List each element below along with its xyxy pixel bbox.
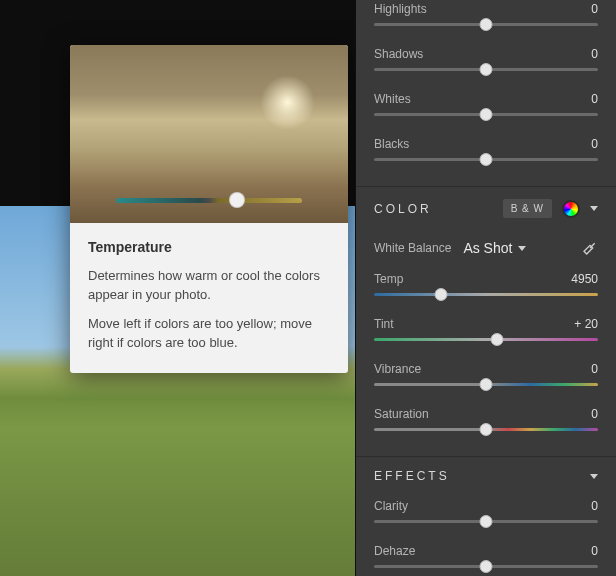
slider-whites[interactable]: Whites 0 <box>374 90 598 135</box>
value-clarity: 0 <box>591 499 598 513</box>
section-color-title: COLOR <box>374 202 503 216</box>
value-temp: 4950 <box>571 272 598 286</box>
value-shadows: 0 <box>591 47 598 61</box>
chevron-down-icon <box>518 246 526 251</box>
label-vibrance: Vibrance <box>374 362 421 376</box>
section-color-header[interactable]: COLOR B & W <box>356 186 616 232</box>
tooltip-tip: Move left if colors are too yellow; move… <box>88 315 330 353</box>
chevron-down-icon[interactable] <box>590 206 598 211</box>
value-whites: 0 <box>591 92 598 106</box>
slider-tint[interactable]: Tint + 20 <box>374 315 598 360</box>
slider-temp[interactable]: Temp 4950 <box>374 270 598 315</box>
value-saturation: 0 <box>591 407 598 421</box>
value-highlights: 0 <box>591 2 598 16</box>
tooltip-title: Temperature <box>88 237 330 257</box>
label-highlights: Highlights <box>374 2 427 16</box>
label-temp: Temp <box>374 272 403 286</box>
chevron-down-icon[interactable] <box>590 474 598 479</box>
slider-shadows[interactable]: Shadows 0 <box>374 45 598 90</box>
label-shadows: Shadows <box>374 47 423 61</box>
slider-clarity[interactable]: Clarity 0 <box>374 497 598 542</box>
editor-canvas: Temperature Determines how warm or cool … <box>0 0 355 576</box>
bw-toggle[interactable]: B & W <box>503 199 552 218</box>
white-balance-select[interactable]: As Shot <box>463 240 526 256</box>
slider-saturation[interactable]: Saturation 0 <box>374 405 598 450</box>
label-blacks: Blacks <box>374 137 409 151</box>
slider-highlights[interactable]: Highlights 0 <box>374 0 598 45</box>
section-effects-header[interactable]: EFFECTS <box>356 456 616 497</box>
label-tint: Tint <box>374 317 394 331</box>
label-dehaze: Dehaze <box>374 544 415 558</box>
eyedropper-icon[interactable] <box>582 240 598 256</box>
tooltip-hero <box>70 45 348 223</box>
slider-blacks[interactable]: Blacks 0 <box>374 135 598 180</box>
value-vibrance: 0 <box>591 362 598 376</box>
label-whites: Whites <box>374 92 411 106</box>
section-effects-title: EFFECTS <box>374 469 590 483</box>
value-tint: + 20 <box>574 317 598 331</box>
slider-dehaze[interactable]: Dehaze 0 <box>374 542 598 576</box>
label-clarity: Clarity <box>374 499 408 513</box>
white-balance-label: White Balance <box>374 241 451 255</box>
white-balance-value: As Shot <box>463 240 512 256</box>
adjust-panel: Highlights 0 Shadows 0 Whites 0 Blacks 0 <box>355 0 616 576</box>
tooltip-card: Temperature Determines how warm or cool … <box>70 45 348 373</box>
slider-vibrance[interactable]: Vibrance 0 <box>374 360 598 405</box>
label-saturation: Saturation <box>374 407 429 421</box>
value-dehaze: 0 <box>591 544 598 558</box>
value-blacks: 0 <box>591 137 598 151</box>
tooltip-description: Determines how warm or cool the colors a… <box>88 267 330 305</box>
color-mixer-icon[interactable] <box>562 200 580 218</box>
tooltip-demo-slider <box>116 197 302 205</box>
